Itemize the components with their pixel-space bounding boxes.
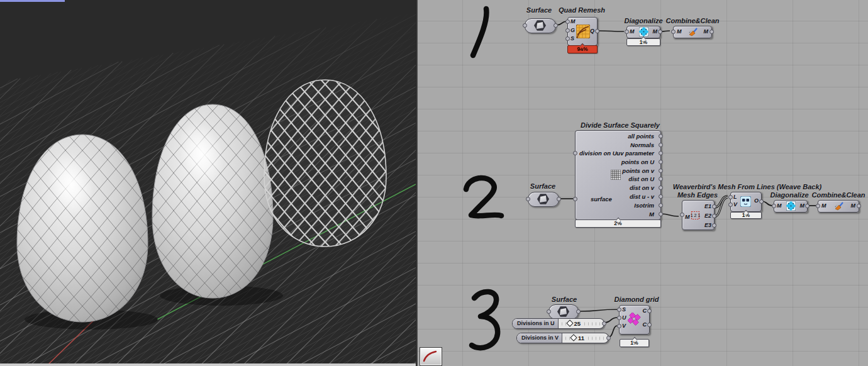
port-in-m[interactable] <box>625 30 629 34</box>
port-out[interactable] <box>659 143 663 147</box>
port-out[interactable] <box>659 151 663 155</box>
port-label: division on U <box>579 150 617 157</box>
quad-remesh-progress-badge: 94% <box>567 45 598 53</box>
diamond-grid-component[interactable]: S U V C C <box>619 305 650 335</box>
port-out[interactable] <box>557 197 561 201</box>
port-out[interactable] <box>659 177 663 181</box>
port-out[interactable] <box>659 134 663 138</box>
slider-value: 11 <box>578 335 584 341</box>
port-in-g[interactable] <box>565 28 570 33</box>
port-in-m[interactable] <box>680 213 684 217</box>
top-blue-strip <box>0 0 65 2</box>
port-out[interactable] <box>576 309 581 314</box>
port-label: M <box>677 28 682 35</box>
surface-param[interactable] <box>548 304 579 319</box>
port-out-e2[interactable] <box>712 214 716 218</box>
divide-surface-progress-badge: 2% <box>575 219 661 228</box>
mesh-edges-component[interactable]: M 1 2 1 E1 E2 E3 <box>682 200 715 230</box>
port-in-m[interactable] <box>565 19 570 24</box>
surface-icon <box>534 20 546 31</box>
combine-clean-component[interactable]: M M <box>818 200 859 213</box>
diamond-grid-icon <box>628 313 642 326</box>
port-in-m[interactable] <box>816 204 820 208</box>
surface-icon <box>557 306 569 317</box>
port-label: surface <box>591 196 612 202</box>
port-label: dist on v <box>630 184 654 191</box>
diagonalize-component[interactable]: M M <box>774 200 808 213</box>
sketch-tool-button[interactable] <box>420 347 442 366</box>
slider-track[interactable]: 11 <box>562 333 608 343</box>
viewport-scene <box>0 0 416 366</box>
surface-icon <box>537 194 549 204</box>
quad-remesh-icon <box>576 25 590 38</box>
port-in-v[interactable] <box>617 324 621 328</box>
combine-clean-component[interactable]: M M <box>673 26 712 38</box>
port-in[interactable] <box>526 197 530 201</box>
port-out-c1[interactable] <box>647 309 652 313</box>
combine-clean-brush-icon <box>834 201 843 211</box>
surface-param[interactable] <box>528 192 559 207</box>
port-in-s[interactable] <box>565 36 570 41</box>
divisions-in-u-slider[interactable]: Divisions in U 25 <box>512 318 604 329</box>
slider-handle[interactable]: 25 <box>566 320 582 327</box>
port-in-division-u[interactable] <box>573 151 577 155</box>
port-label: E1 <box>704 203 711 209</box>
rhino-3d-viewport[interactable] <box>0 0 416 366</box>
port-out-m[interactable] <box>659 212 663 216</box>
port-out-m[interactable] <box>709 30 714 34</box>
diagonalize-label: Diagonalize <box>624 17 662 25</box>
port-out[interactable] <box>659 194 663 199</box>
port-in[interactable] <box>547 309 551 314</box>
mesh-edges-label: Mesh Edges <box>677 191 718 199</box>
port-out-e1[interactable] <box>712 204 716 209</box>
port-out-e3[interactable] <box>712 223 716 228</box>
port-in[interactable] <box>523 23 527 28</box>
port-in-surface[interactable] <box>573 197 577 201</box>
port-out-c2[interactable] <box>647 323 652 327</box>
diagonalize-icon <box>786 201 796 211</box>
divide-surface-squarely-component[interactable]: division on U surface all points Normals… <box>575 130 661 220</box>
surface-param[interactable] <box>525 18 556 33</box>
port-out[interactable] <box>659 186 663 190</box>
port-label: S <box>570 35 574 42</box>
port-label: all points <box>628 133 654 140</box>
port-label: M <box>653 28 658 35</box>
weaverbird-mesh-from-lines-component[interactable]: L V O <box>730 192 762 212</box>
port-label: M <box>685 214 690 220</box>
port-out-m[interactable] <box>805 204 810 208</box>
port-out[interactable] <box>554 23 558 28</box>
port-out-q[interactable] <box>595 29 599 33</box>
port-in-s[interactable] <box>617 308 621 312</box>
weaverbird-title-label: Weaverbird's Mesh From Lines (Weave Back… <box>673 183 821 191</box>
port-label: E3 <box>704 222 711 228</box>
slider-track[interactable]: 25 <box>559 319 604 328</box>
grasshopper-canvas[interactable]: Surface Quad Remesh M G S Q 94% Diagonal <box>418 0 868 366</box>
port-in-m[interactable] <box>772 204 776 208</box>
app-window: Surface Quad Remesh M G S Q 94% Diagonal <box>0 0 868 366</box>
divide-grid-icon <box>611 170 621 180</box>
port-out-m[interactable] <box>857 204 861 208</box>
slider-handle[interactable]: 11 <box>570 335 586 341</box>
handwritten-annotation-3 <box>472 292 498 348</box>
port-out-m[interactable] <box>658 30 662 34</box>
port-out[interactable] <box>602 321 606 326</box>
port-out-o[interactable] <box>759 199 764 204</box>
diagonalize-progress-badge: 1% <box>626 38 660 46</box>
slider-value: 25 <box>574 320 581 327</box>
weaverbird-progress-badge: 1% <box>730 212 762 219</box>
divisions-in-v-slider[interactable]: Divisions in V 11 <box>516 333 609 343</box>
quad-remesh-component[interactable]: M G S Q <box>567 17 598 46</box>
port-in-l[interactable] <box>728 195 733 199</box>
port-in-u[interactable] <box>617 316 621 320</box>
port-out[interactable] <box>659 169 663 173</box>
weaverbird-icon <box>740 196 751 207</box>
port-in-m[interactable] <box>671 30 676 34</box>
port-label: uv parameter <box>616 150 654 157</box>
port-in-v[interactable] <box>728 202 733 207</box>
port-out[interactable] <box>606 336 611 340</box>
port-out[interactable] <box>659 160 663 164</box>
port-out[interactable] <box>659 203 663 208</box>
port-label: points on U <box>621 158 654 165</box>
port-label: Normals <box>630 141 654 148</box>
handwritten-annotation-1 <box>473 9 486 55</box>
